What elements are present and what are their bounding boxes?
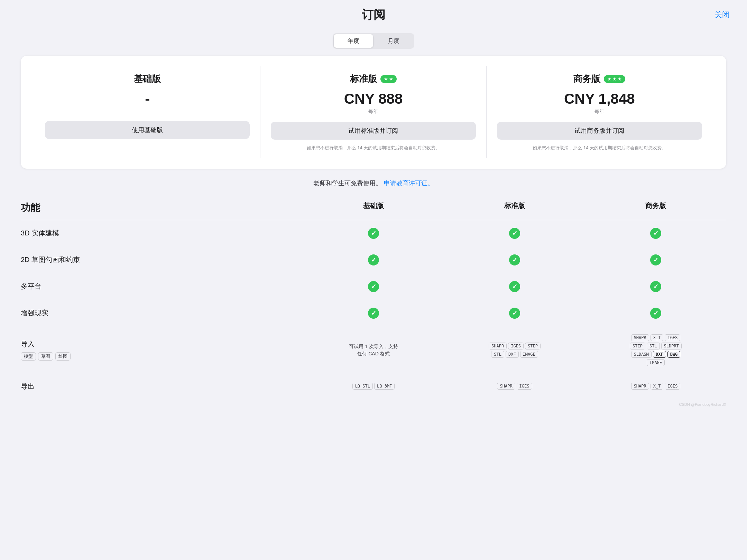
features-title: 功能 <box>21 201 303 214</box>
check-multi-basic <box>368 281 379 292</box>
billing-toggle: 年度 月度 <box>333 33 414 49</box>
feature-row-3d-modeling: 3D 实体建模 <box>21 220 726 247</box>
tag-xt-eb: X_T <box>651 383 664 390</box>
feature-2d-business <box>585 254 726 265</box>
plan-business-btn[interactable]: 试用商务版并订阅 <box>497 122 702 140</box>
import-standard-tags: SHAPR IGES STEP STL DXF IMAGE <box>487 343 542 358</box>
watermark: CSDN @PianoboyRichardX <box>0 399 747 410</box>
check-2d-standard <box>509 254 520 265</box>
tag-shapr-b: SHAPR <box>631 334 649 341</box>
feature-row-multiplatform: 多平台 <box>21 273 726 300</box>
feature-export-basic: LQ STL LQ 3MF <box>303 383 444 390</box>
feature-name-3d: 3D 实体建模 <box>21 228 303 238</box>
feature-multi-business <box>585 281 726 292</box>
tag-stl-s: STL <box>491 351 504 358</box>
billing-toggle-bar: 年度 月度 <box>0 33 747 49</box>
feature-name-cell-2d: 2D 草图勾画和约束 <box>21 255 303 264</box>
feature-export-standard: SHAPR IGES <box>444 383 585 390</box>
feature-row-export: 导出 LQ STL LQ 3MF SHAPR IGES SHAPR X_T IG… <box>21 374 726 399</box>
feature-multi-standard <box>444 281 585 292</box>
export-basic-tags: LQ STL LQ 3MF <box>352 383 395 390</box>
tag-xt-b: X_T <box>651 334 664 341</box>
plan-business: 商务版 ★ ★ ★ CNY 1,848 每年 试用商务版并订阅 如果您不进行取消… <box>487 66 712 158</box>
plan-standard-period: 每年 <box>271 109 476 115</box>
feature-name-cell-export: 导出 <box>21 382 303 391</box>
tag-model: 模型 <box>21 352 36 361</box>
edu-notice-link[interactable]: 申请教育许可证。 <box>384 180 434 187</box>
tag-step-s: STEP <box>525 343 541 349</box>
feature-3d-business <box>585 228 726 239</box>
check-ar-basic <box>368 308 379 319</box>
plan-standard-btn[interactable]: 试用标准版并订阅 <box>271 122 476 140</box>
plan-standard-note: 如果您不进行取消，那么 14 天的试用期结束后将会自动对您收费。 <box>271 144 476 151</box>
tag-stl-b: STL <box>647 343 660 349</box>
plan-business-name: 商务版 <box>573 73 600 85</box>
check-3d-business <box>650 228 661 239</box>
tag-lqstl: LQ STL <box>352 383 373 390</box>
tag-iges-es: IGES <box>517 383 532 390</box>
tag-shapr-eb: SHAPR <box>631 383 649 390</box>
plan-basic-btn[interactable]: 使用基础版 <box>45 121 250 139</box>
plan-basic-period <box>45 109 250 114</box>
tag-iges-b: IGES <box>665 334 680 341</box>
check-2d-basic <box>368 254 379 265</box>
toggle-yearly[interactable]: 年度 <box>334 34 373 48</box>
close-button[interactable]: 关闭 <box>714 10 730 20</box>
feature-export-business: SHAPR X_T IGES <box>585 383 726 390</box>
check-multi-standard <box>509 281 520 292</box>
feature-2d-standard <box>444 254 585 265</box>
import-business-tags: SHAPR X_T IGES STEP STL SLDPRT SLDASM DX… <box>628 334 683 366</box>
plan-business-note: 如果您不进行取消，那么 14 天的试用期结束后将会自动对您收费。 <box>497 144 702 151</box>
feature-row-2d-sketch: 2D 草图勾画和约束 <box>21 247 726 273</box>
feature-import-tags: 模型 草图 绘图 <box>21 352 303 361</box>
feature-2d-basic <box>303 254 444 265</box>
plan-basic-name: 基础版 <box>134 73 161 85</box>
plan-business-period: 每年 <box>497 109 702 115</box>
tag-sldprt-b: SLDPRT <box>661 343 682 349</box>
plan-standard-name-row: 标准版 ★ ★ <box>271 73 476 85</box>
feature-row-ar: 增强现实 <box>21 300 726 327</box>
toggle-monthly[interactable]: 月度 <box>374 34 413 48</box>
feature-ar-basic <box>303 308 444 319</box>
check-3d-basic <box>368 228 379 239</box>
plan-standard-badge: ★ ★ <box>380 75 397 83</box>
plan-business-name-row: 商务版 ★ ★ ★ <box>497 73 702 85</box>
tag-iges-s: IGES <box>508 343 524 349</box>
feature-ar-business <box>585 308 726 319</box>
plan-basic: 基础版 - 使用基础版 <box>35 66 260 158</box>
plan-basic-name-row: 基础版 <box>45 73 250 85</box>
feature-3d-basic <box>303 228 444 239</box>
feature-name-multi: 多平台 <box>21 282 303 291</box>
feature-3d-standard <box>444 228 585 239</box>
tag-sketch: 草图 <box>38 352 53 361</box>
feature-name-2d: 2D 草图勾画和约束 <box>21 255 303 264</box>
plans-container: 基础版 - 使用基础版 标准版 ★ ★ CNY 888 每年 试用标准版并订阅 … <box>21 56 726 169</box>
tag-step-b: STEP <box>630 343 645 349</box>
plan-business-price: CNY 1,848 <box>497 91 702 107</box>
features-col-standard: 标准版 <box>444 201 585 214</box>
features-header: 功能 基础版 标准版 商务版 <box>21 198 726 220</box>
feature-name-cell-3d: 3D 实体建模 <box>21 228 303 238</box>
check-2d-business <box>650 254 661 265</box>
features-col-business: 商务版 <box>585 201 726 214</box>
import-basic-text: 可试用 1 次导入，支持任何 CAD 格式 <box>349 343 398 357</box>
feature-import-basic: 可试用 1 次导入，支持任何 CAD 格式 <box>303 343 444 357</box>
page-title: 订阅 <box>362 7 385 23</box>
tag-dxf-s: DXF <box>506 351 519 358</box>
plan-standard-price: CNY 888 <box>271 91 476 107</box>
tag-lq3mf: LQ 3MF <box>374 383 395 390</box>
plan-business-badge: ★ ★ ★ <box>604 75 625 83</box>
check-3d-standard <box>509 228 520 239</box>
check-ar-standard <box>509 308 520 319</box>
tag-image-s: IMAGE <box>520 351 538 358</box>
feature-name-import: 导入 <box>21 339 303 349</box>
tag-iges-eb: IGES <box>665 383 680 390</box>
feature-name-export: 导出 <box>21 382 303 391</box>
tag-dwg-b: DWG <box>667 351 681 358</box>
plans-grid: 基础版 - 使用基础版 标准版 ★ ★ CNY 888 每年 试用标准版并订阅 … <box>35 66 712 158</box>
feature-name-cell-multi: 多平台 <box>21 282 303 291</box>
plan-basic-price: - <box>45 91 250 107</box>
plan-standard-name: 标准版 <box>350 73 377 85</box>
tag-shapr-es: SHAPR <box>497 383 515 390</box>
feature-import-standard: SHAPR IGES STEP STL DXF IMAGE <box>444 343 585 358</box>
